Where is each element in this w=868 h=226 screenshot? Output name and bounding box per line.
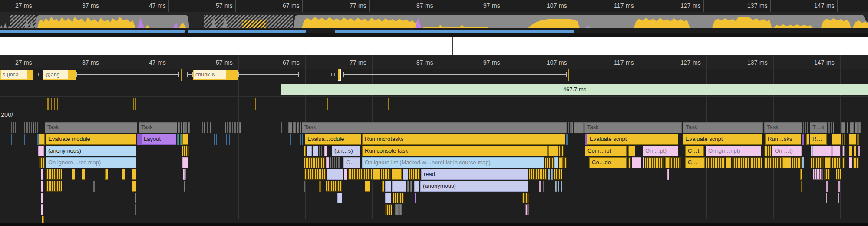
flame-segment[interactable] xyxy=(561,181,562,192)
flame-segment[interactable] xyxy=(36,134,36,145)
flame-segment[interactable]: C… xyxy=(685,157,705,168)
flame-segment[interactable] xyxy=(281,134,281,145)
flame-segment[interactable] xyxy=(628,146,635,156)
flame-segment[interactable] xyxy=(365,181,370,192)
flame-segment[interactable] xyxy=(803,122,804,133)
flame-segment[interactable] xyxy=(525,204,529,215)
flame-segment[interactable] xyxy=(334,157,335,168)
flame-segment[interactable] xyxy=(568,122,569,133)
flame-segment[interactable] xyxy=(545,157,554,168)
flame-segment[interactable] xyxy=(31,122,32,133)
flame-segment[interactable] xyxy=(177,134,178,145)
flame-segment[interactable] xyxy=(539,181,541,192)
flame-segment[interactable] xyxy=(847,122,848,133)
flame-segment[interactable] xyxy=(11,122,12,133)
flame-segment[interactable] xyxy=(93,181,95,192)
flame-segment[interactable] xyxy=(326,157,329,168)
flame-segment[interactable] xyxy=(548,146,558,156)
flame-segment[interactable] xyxy=(842,157,845,168)
flame-segment[interactable] xyxy=(46,169,62,180)
flame-segment[interactable]: Evaluate script xyxy=(683,134,762,145)
flame-segment[interactable] xyxy=(188,122,190,133)
flame-segment[interactable] xyxy=(826,181,828,192)
flame-segment[interactable] xyxy=(135,204,136,215)
flame-segment[interactable] xyxy=(801,181,802,192)
task-bar[interactable]: Task xyxy=(45,122,137,133)
flame-segment[interactable] xyxy=(392,181,406,192)
flame-segment[interactable] xyxy=(33,122,34,133)
task-bar[interactable]: Task xyxy=(764,122,802,133)
flame-segment[interactable] xyxy=(653,169,653,180)
flame-segment[interactable] xyxy=(732,157,749,168)
flame-segment[interactable] xyxy=(385,181,391,192)
flame-segment[interactable] xyxy=(72,169,75,180)
flame-segment[interactable] xyxy=(558,146,564,156)
flame-segment[interactable] xyxy=(139,134,141,145)
flame-segment[interactable] xyxy=(326,181,342,192)
flame-segment[interactable] xyxy=(570,122,571,133)
flame-segment[interactable] xyxy=(307,146,312,156)
flame-segment[interactable] xyxy=(181,122,182,133)
flame-segment[interactable] xyxy=(558,181,559,192)
flame-segment[interactable] xyxy=(26,122,28,133)
flame-segment[interactable] xyxy=(185,169,186,180)
flame-segment[interactable] xyxy=(792,157,802,168)
flame-segment[interactable]: On …t) xyxy=(772,146,802,156)
flame-segment[interactable]: C…t xyxy=(685,146,704,156)
network-overview[interactable] xyxy=(0,28,868,33)
task-bar[interactable]: Task xyxy=(584,122,682,133)
flame-segment[interactable] xyxy=(300,134,301,145)
flame-segment[interactable] xyxy=(229,122,231,133)
flame-segment[interactable] xyxy=(857,134,859,145)
flame-segment[interactable] xyxy=(382,181,384,192)
flame-segment[interactable] xyxy=(554,157,558,168)
flame-segment[interactable] xyxy=(706,157,725,168)
task-bar[interactable]: Task xyxy=(139,122,177,133)
flame-segment[interactable] xyxy=(183,169,185,180)
flame-segment[interactable] xyxy=(46,181,62,192)
flame-segment[interactable] xyxy=(332,157,333,168)
flame-segment[interactable] xyxy=(82,169,85,180)
flame-segment[interactable] xyxy=(180,134,181,145)
flame-segment[interactable] xyxy=(415,193,416,203)
flame-segment[interactable]: (anonymous) xyxy=(46,146,136,156)
flame-segment[interactable] xyxy=(571,122,573,133)
flame-segment[interactable] xyxy=(304,134,304,145)
flame-segment[interactable] xyxy=(29,122,30,133)
flame-segment[interactable] xyxy=(232,122,233,133)
flame-segment[interactable] xyxy=(836,169,841,180)
flame-segment[interactable]: Evaluate script xyxy=(587,134,678,145)
task-bar[interactable]: Task xyxy=(683,122,763,133)
flame-segment[interactable] xyxy=(805,122,806,133)
flame-segment[interactable] xyxy=(574,122,584,133)
flame-segment[interactable] xyxy=(838,181,840,192)
flame-segment[interactable] xyxy=(132,169,136,180)
flame-segment[interactable] xyxy=(806,134,809,145)
flame-segment[interactable] xyxy=(319,146,320,156)
flame-segment[interactable] xyxy=(327,169,343,180)
flame-segment[interactable]: (anonymous) xyxy=(420,181,528,192)
flame-segment[interactable] xyxy=(855,122,858,133)
flame-segment[interactable] xyxy=(210,122,211,133)
flame-segment[interactable] xyxy=(842,146,845,156)
flame-segment[interactable] xyxy=(237,122,238,133)
flame-segment[interactable] xyxy=(41,204,43,215)
flame-segment[interactable] xyxy=(403,169,408,180)
flame-segment[interactable]: (an…s) xyxy=(332,146,360,156)
flame-segment[interactable] xyxy=(304,181,305,192)
flame-segment[interactable] xyxy=(202,122,203,133)
flame-segment[interactable] xyxy=(323,146,323,156)
flame-segment[interactable] xyxy=(838,193,839,203)
flame-segment[interactable] xyxy=(207,122,208,133)
flame-segment[interactable] xyxy=(15,122,16,133)
flame-segment[interactable] xyxy=(132,181,136,192)
flame-segment[interactable] xyxy=(304,169,326,180)
flame-segment[interactable]: Layout xyxy=(141,134,176,145)
flame-segment[interactable] xyxy=(858,122,861,133)
flame-segment[interactable] xyxy=(726,157,731,168)
flame-segment[interactable] xyxy=(181,134,182,145)
flame-segment[interactable] xyxy=(330,157,331,168)
flame-segment[interactable] xyxy=(409,169,420,180)
flame-segment[interactable] xyxy=(644,169,644,180)
flame-segment[interactable] xyxy=(643,157,644,168)
